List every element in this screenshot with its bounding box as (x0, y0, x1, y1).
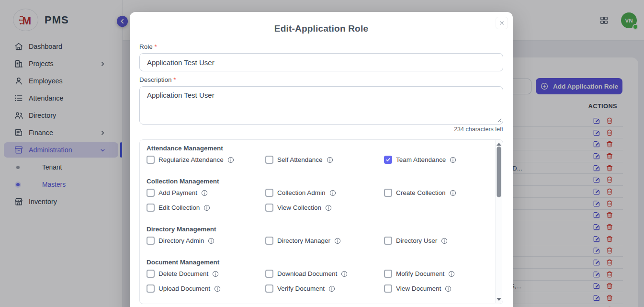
permission-label: Verify Document (277, 285, 325, 292)
info-icon[interactable] (445, 285, 452, 292)
info-icon[interactable] (448, 271, 455, 277)
description-textarea[interactable]: Application Test User (139, 86, 503, 125)
checkbox-unchecked[interactable] (384, 237, 392, 245)
info-icon[interactable] (203, 205, 210, 211)
permission-item[interactable]: Delete Document (147, 270, 265, 278)
permission-label: Collection Admin (277, 189, 326, 196)
scrollbar[interactable] (495, 140, 502, 303)
permission-item[interactable]: Directory Manager (265, 237, 384, 245)
permission-label: Directory Manager (277, 237, 330, 244)
permission-item[interactable]: Regularize Attendance (147, 156, 265, 164)
edit-application-role-modal: Edit-Application Role Role * Description… (130, 12, 513, 307)
permission-label: Delete Document (158, 270, 208, 277)
info-icon[interactable] (328, 285, 335, 292)
permission-item[interactable]: Directory Admin (147, 237, 265, 245)
close-button[interactable] (496, 17, 508, 29)
checkbox-unchecked[interactable] (265, 189, 273, 197)
role-input[interactable] (139, 53, 503, 71)
checkbox-unchecked[interactable] (147, 189, 155, 197)
role-label: Role * (139, 43, 503, 50)
characters-left: 234 characters left (139, 126, 503, 133)
permission-item[interactable]: Team Attendance (384, 156, 486, 164)
permission-item[interactable]: Collection Admin (265, 189, 384, 197)
permission-label: Regularize Attendance (158, 156, 224, 163)
permission-group-title: Attendance Management (147, 144, 486, 152)
permission-label: Team Attendance (396, 156, 446, 163)
permission-item[interactable]: Mofify Document (384, 270, 486, 278)
permission-item[interactable]: Create Collection (384, 189, 486, 197)
permission-group-title: Document Management (147, 258, 486, 266)
permission-label: Upload Document (158, 285, 210, 292)
checkbox-unchecked[interactable] (265, 284, 273, 293)
permission-group-title: Collection Management (147, 177, 486, 185)
info-icon[interactable] (329, 190, 336, 196)
info-icon[interactable] (325, 205, 332, 211)
checkbox-unchecked[interactable] (147, 237, 155, 245)
info-icon[interactable] (341, 271, 348, 277)
permission-label: Add Payment (158, 189, 197, 196)
scroll-down-arrow-icon[interactable] (497, 298, 501, 301)
info-icon[interactable] (208, 238, 215, 244)
checkbox-unchecked[interactable] (147, 156, 155, 164)
info-icon[interactable] (214, 285, 221, 292)
info-icon[interactable] (227, 157, 234, 163)
required-marker: * (173, 76, 176, 83)
info-icon[interactable] (334, 238, 341, 244)
checkbox-unchecked[interactable] (265, 237, 273, 245)
checkbox-unchecked[interactable] (384, 270, 392, 278)
close-icon (498, 20, 505, 26)
permission-grid: Directory AdminDirectory ManagerDirector… (147, 233, 486, 248)
description-label: Description * (139, 76, 503, 83)
info-icon[interactable] (450, 190, 456, 196)
permission-grid: Add PaymentCollection AdminCreate Collec… (147, 185, 486, 215)
scrollbar-thumb[interactable] (497, 147, 501, 197)
permission-label: Directory Admin (158, 237, 204, 244)
required-marker: * (155, 43, 157, 50)
permissions-panel: Attendance ManagementRegularize Attendan… (139, 139, 503, 304)
permission-item[interactable]: Download Document (265, 270, 384, 278)
permission-label: View Document (396, 285, 441, 292)
checkbox-unchecked[interactable] (384, 284, 392, 293)
checkbox-unchecked[interactable] (265, 156, 273, 164)
info-icon[interactable] (327, 157, 333, 163)
permission-label: Directory User (396, 237, 437, 244)
permission-item[interactable]: Self Attendance (265, 156, 384, 164)
permission-label: View Collection (277, 204, 321, 211)
checkbox-unchecked[interactable] (265, 204, 273, 212)
permission-label: Mofify Document (396, 270, 444, 277)
info-icon[interactable] (212, 271, 219, 277)
permission-item[interactable]: View Document (384, 284, 486, 293)
permission-label: Edit Collection (158, 204, 200, 211)
scroll-up-arrow-icon[interactable] (497, 143, 501, 146)
checkbox-unchecked[interactable] (265, 270, 273, 278)
info-icon[interactable] (441, 238, 448, 244)
permission-item[interactable]: Verify Document (265, 284, 384, 293)
modal-title: Edit-Application Role (139, 12, 503, 33)
checkbox-unchecked[interactable] (384, 189, 392, 197)
permission-item[interactable]: Add Payment (147, 189, 265, 197)
permission-grid: Delete DocumentDownload DocumentMofify D… (147, 266, 486, 296)
permission-item[interactable]: Directory User (384, 237, 486, 245)
info-icon[interactable] (450, 157, 456, 163)
checkbox-checked[interactable] (384, 156, 392, 164)
permission-label: Self Attendance (277, 156, 323, 163)
checkbox-unchecked[interactable] (147, 284, 155, 293)
checkbox-unchecked[interactable] (147, 204, 155, 212)
info-icon[interactable] (201, 190, 208, 196)
permission-group-title: Directory Management (147, 225, 486, 233)
permission-label: Download Document (277, 270, 337, 277)
permission-item[interactable]: Edit Collection (147, 204, 265, 212)
permission-label: Create Collection (396, 189, 446, 196)
checkbox-unchecked[interactable] (147, 270, 155, 278)
permission-grid: Regularize AttendanceSelf AttendanceTeam… (147, 152, 486, 167)
permission-item[interactable]: Upload Document (147, 284, 265, 293)
permission-item[interactable]: View Collection (265, 204, 384, 212)
